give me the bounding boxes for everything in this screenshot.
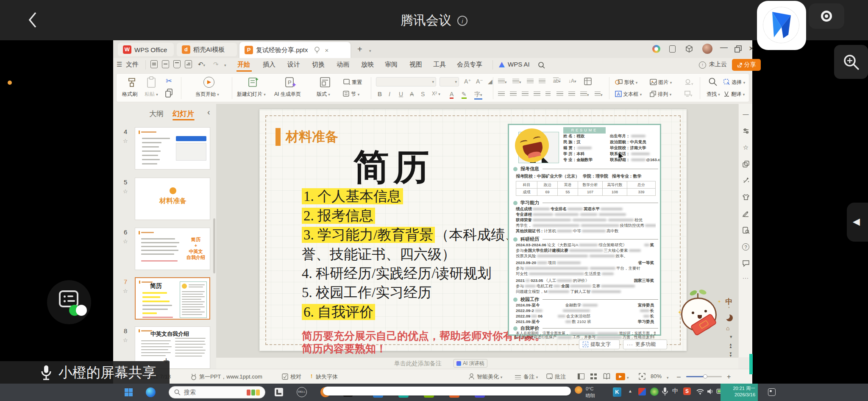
- redo-icon[interactable]: ↷: [213, 61, 219, 68]
- italic-icon[interactable]: I: [389, 91, 390, 97]
- play-slideshow-button[interactable]: ▶: [616, 373, 625, 380]
- align-center-icon[interactable]: [510, 92, 517, 97]
- paste-button[interactable]: 粘贴 ▾: [145, 91, 158, 98]
- sidebar-scrollbar[interactable]: [213, 218, 215, 273]
- menu-transition[interactable]: 切换: [312, 61, 325, 69]
- select-button[interactable]: 选择 ▾: [723, 79, 745, 86]
- ai-speech-button[interactable]: AI 演讲稿: [453, 359, 487, 368]
- star-icon[interactable]: ☆: [123, 188, 128, 195]
- numbered-list-icon[interactable]: ▾: [512, 79, 521, 85]
- format-painter-button[interactable]: 格式刷: [122, 91, 137, 98]
- vertical-text-icon[interactable]: ↓A▾: [568, 78, 576, 84]
- volume-icon[interactable]: [707, 388, 714, 395]
- star-icon[interactable]: ☆: [123, 337, 128, 343]
- notification-icon[interactable]: [768, 388, 776, 396]
- tab-slides[interactable]: 幻灯片: [172, 109, 194, 119]
- text-direction-icon[interactable]: ab▾: [553, 78, 561, 84]
- font-family-select[interactable]: ▾: [376, 77, 436, 86]
- start-button[interactable]: [125, 388, 133, 396]
- missing-font[interactable]: 缺失字体: [316, 373, 338, 381]
- line-spacing-up-icon[interactable]: [556, 92, 563, 97]
- edge-icon[interactable]: [146, 387, 156, 397]
- ai-page-icon[interactable]: P: [284, 76, 297, 88]
- normal-view-icon[interactable]: [578, 373, 584, 379]
- avatar[interactable]: [702, 44, 712, 54]
- template-source[interactable]: 第一PPT，www.1ppt.com: [199, 373, 262, 381]
- slide-thumb-6[interactable]: 简历 + 中英文 自我介绍: [135, 228, 210, 270]
- picture-button[interactable]: 图片 ▾: [650, 79, 672, 86]
- line-spacing-icon[interactable]: ▾: [580, 92, 589, 97]
- find-icon[interactable]: [708, 77, 718, 86]
- layout-mode-icon[interactable]: [669, 45, 676, 53]
- arrange-button[interactable]: 排列 ▾: [650, 91, 671, 98]
- more-dots-icon[interactable]: ···: [741, 275, 750, 284]
- zoom-tool-button[interactable]: [834, 45, 868, 79]
- wifi-icon[interactable]: [696, 388, 704, 395]
- text-shadow-icon[interactable]: S: [421, 91, 425, 97]
- restore-icon[interactable]: [734, 45, 742, 53]
- slide-thumb-7-selected[interactable]: 简历: [135, 277, 210, 320]
- layout-button[interactable]: 版式 ▾: [317, 91, 330, 98]
- play-current-icon[interactable]: ▶: [203, 77, 214, 88]
- star-icon[interactable]: ☆: [741, 144, 750, 153]
- fit-screen-icon[interactable]: [639, 373, 645, 380]
- find-button[interactable]: 查找 ▾: [707, 91, 720, 98]
- panel-expand-tab[interactable]: ◀: [847, 203, 868, 242]
- mic-tray-icon[interactable]: [662, 387, 668, 396]
- line-spacing-down-icon[interactable]: [568, 92, 575, 97]
- preview-icon[interactable]: [185, 60, 192, 70]
- cut-icon[interactable]: ✂: [166, 76, 172, 86]
- resume-image[interactable]: RESUME 姓 名：程政 民 族：汉: [508, 124, 661, 336]
- font-color-icon[interactable]: A: [450, 91, 453, 99]
- comment-button[interactable]: 批注: [555, 373, 566, 381]
- next-slide-icon[interactable]: ▼▼: [729, 352, 732, 357]
- star-icon[interactable]: ☆: [123, 288, 128, 294]
- clock-widget[interactable]: 20:21 周一 2026/3/16: [721, 384, 758, 401]
- vz-tray-icon[interactable]: [638, 388, 646, 395]
- strikethrough-icon[interactable]: A: [410, 91, 414, 97]
- menu-design[interactable]: 设计: [287, 61, 300, 69]
- caption-toggle-button[interactable]: [47, 280, 91, 324]
- font-increase-icon[interactable]: A⁺: [464, 78, 471, 85]
- reading-view-icon[interactable]: [603, 373, 610, 380]
- align-right-icon[interactable]: [522, 92, 529, 97]
- menu-file[interactable]: 文件: [126, 61, 139, 69]
- notepad-icon[interactable]: [275, 388, 283, 396]
- shapes-button[interactable]: 形状 ▾: [615, 79, 637, 86]
- copy-icon[interactable]: [165, 88, 173, 97]
- layout-icon[interactable]: [319, 76, 331, 88]
- weather-widget[interactable]: 0°C 晴朗: [586, 385, 595, 399]
- section-button[interactable]: 节 ▾: [343, 91, 359, 98]
- slide-thumb-5[interactable]: 材料准备: [135, 178, 210, 220]
- more-functions-button[interactable]: ··· 更多功能: [623, 340, 667, 349]
- char-effect-icon[interactable]: 字▾: [474, 91, 482, 100]
- play-options-icon[interactable]: ▾: [627, 374, 629, 380]
- format-painter-icon[interactable]: [127, 77, 138, 88]
- green-tray-icon[interactable]: [650, 387, 659, 396]
- menu-review[interactable]: 审阅: [385, 61, 398, 69]
- slide-thumb-4[interactable]: [135, 127, 210, 170]
- save-icon[interactable]: [150, 60, 158, 70]
- hamburger-icon[interactable]: ☰: [117, 61, 122, 68]
- minimize-icon[interactable]: —: [720, 43, 728, 52]
- close-icon[interactable]: ×: [749, 44, 754, 53]
- slideshow-set-icon[interactable]: ▾: [684, 91, 693, 98]
- sorter-view-icon[interactable]: [590, 373, 597, 379]
- settings-sliders-icon[interactable]: [741, 127, 750, 136]
- undo-icon[interactable]: ↶▾: [198, 61, 205, 68]
- export-icon[interactable]: [162, 60, 169, 70]
- bullet-list-icon[interactable]: ▾: [498, 79, 507, 85]
- menu-wps-ai[interactable]: WPS AI: [508, 61, 530, 68]
- tab-wps-office[interactable]: W WPS Office: [118, 43, 174, 56]
- font-size-select[interactable]: ▾: [440, 77, 459, 86]
- columns-icon[interactable]: [545, 92, 551, 97]
- reset-button[interactable]: 重置: [343, 79, 362, 86]
- zoom-level[interactable]: 80%: [651, 373, 662, 379]
- collapse-panel-icon[interactable]: ‹: [207, 107, 210, 117]
- skin-icon[interactable]: [741, 193, 750, 202]
- taskbar-search[interactable]: 搜索: [169, 386, 265, 398]
- clear-format-icon[interactable]: ◢: [488, 78, 492, 85]
- lightbulb-icon[interactable]: [314, 46, 320, 54]
- collapse-icon[interactable]: —: [741, 111, 750, 120]
- cube-icon[interactable]: [685, 45, 693, 53]
